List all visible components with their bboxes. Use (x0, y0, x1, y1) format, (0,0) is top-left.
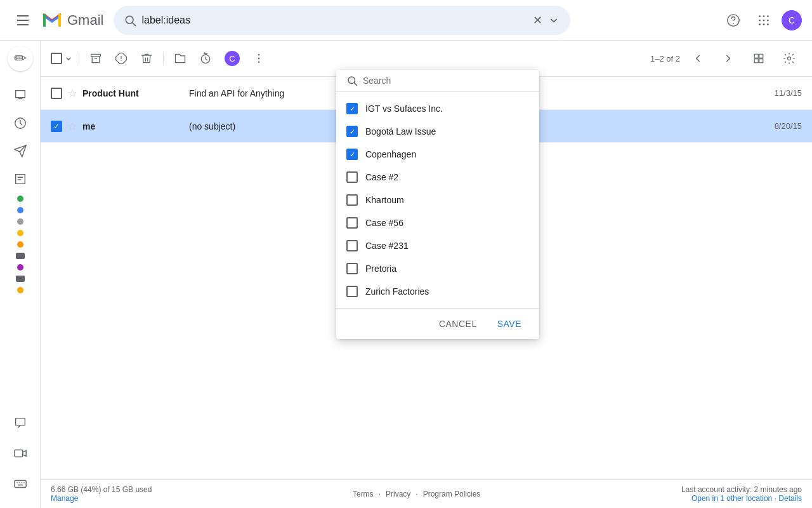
label-dot-amber[interactable] (17, 287, 23, 293)
header-right: C (721, 8, 802, 33)
label-checkbox-4[interactable] (346, 194, 358, 206)
sidebar-item-snoozed[interactable] (8, 110, 33, 136)
more-button[interactable] (247, 48, 270, 69)
help-button[interactable] (721, 8, 746, 33)
select-dropdown-icon[interactable] (63, 53, 74, 64)
select-all-checkbox[interactable] (51, 53, 62, 64)
search-options-icon[interactable] (547, 14, 560, 27)
search-clear-icon[interactable]: ✕ (533, 13, 542, 27)
gmail-logo: Gmail (41, 9, 103, 32)
label-checkbox-7[interactable] (346, 263, 358, 274)
toolbar-divider-1 (79, 52, 79, 65)
terms-link[interactable]: Terms (353, 490, 374, 498)
label-checkbox-3[interactable] (346, 171, 358, 183)
hamburger-line (17, 24, 29, 25)
hamburger-menu[interactable] (10, 8, 36, 33)
label-item-7[interactable]: Pretoria (336, 257, 539, 280)
next-icon (723, 53, 734, 64)
star-0[interactable]: ☆ (67, 86, 77, 100)
dropdown-search-input[interactable] (363, 76, 529, 86)
dropdown-search-container (336, 70, 539, 92)
label-item-8[interactable]: Zurich Factories (336, 280, 539, 303)
label-checkbox-1[interactable] (346, 126, 358, 137)
label-checkbox-0[interactable] (346, 103, 358, 114)
save-button[interactable]: SAVE (490, 314, 529, 334)
label-dot-purple[interactable] (17, 264, 23, 271)
svg-point-10 (763, 19, 765, 21)
label-name-8: Zurich Factories (365, 286, 429, 297)
label-checkbox-6[interactable] (346, 240, 358, 251)
sidebar-item-keyboard[interactable] (8, 471, 33, 497)
delete-button[interactable] (135, 48, 158, 69)
email-checkbox-0[interactable] (51, 88, 62, 99)
label-dot-yellow[interactable] (17, 230, 23, 236)
label-as-button[interactable]: C (219, 48, 245, 69)
next-page-button[interactable] (716, 46, 741, 71)
star-1[interactable]: ☆ (67, 119, 77, 133)
snooze-button[interactable] (194, 48, 217, 69)
svg-rect-28 (754, 59, 758, 63)
privacy-link[interactable]: Privacy (386, 490, 410, 498)
label-name-6: Case #231 (365, 241, 409, 251)
report-spam-button[interactable] (110, 48, 133, 69)
svg-point-12 (759, 23, 761, 25)
svg-point-9 (759, 19, 761, 21)
label-item-6[interactable]: Case #231 (336, 234, 539, 257)
email-checkbox-1[interactable] (51, 121, 62, 132)
label-name-4: Khartoum (365, 195, 404, 205)
label-item-2[interactable]: Copenhagen (336, 143, 539, 166)
label-dot-orange[interactable] (17, 241, 23, 248)
gmail-logo-icon (41, 9, 63, 32)
label-item-4[interactable]: Khartoum (336, 189, 539, 211)
label-checkbox-8[interactable] (346, 286, 358, 297)
svg-point-8 (767, 15, 769, 17)
label-item-3[interactable]: Case #2 (336, 166, 539, 189)
label-dot-blue[interactable] (17, 207, 23, 213)
storage-text: 6.66 GB (44%) of 15 GB used (51, 485, 152, 494)
sidebar-item-inbox[interactable] (8, 83, 33, 108)
dot-sep-2: · (416, 490, 417, 498)
label-item-5[interactable]: Case #56 (336, 211, 539, 234)
labels-dropdown: IGT vs Sufaces Inc. Bogotá Law Issue Cop… (336, 70, 539, 339)
svg-point-21 (121, 60, 121, 61)
sidebar-item-chat[interactable] (8, 410, 33, 436)
last-activity: Last account activity: 2 minutes ago (681, 485, 802, 494)
avatar[interactable]: C (782, 10, 802, 30)
label-dot-folder2[interactable] (16, 276, 25, 282)
label-dot-gray[interactable] (17, 218, 23, 225)
apps-icon (757, 13, 771, 27)
settings-button[interactable] (776, 46, 802, 71)
label-dot-green[interactable] (17, 196, 23, 202)
archive-button[interactable] (84, 48, 107, 69)
program-policies-link[interactable]: Program Policies (423, 490, 481, 498)
view-options-icon (753, 53, 764, 64)
svg-point-13 (763, 23, 765, 25)
cancel-button[interactable]: CANCEL (431, 314, 485, 334)
open-in-link[interactable]: Open in 1 other location (691, 494, 772, 503)
sidebar-item-drafts[interactable] (8, 166, 33, 192)
prev-page-button[interactable] (685, 46, 710, 71)
move-to-icon (174, 52, 187, 65)
manage-link[interactable]: Manage (51, 494, 152, 503)
snooze-icon (199, 52, 212, 65)
label-dot-folder[interactable] (16, 253, 25, 259)
sidebar-item-sent[interactable] (8, 138, 33, 164)
label-item-0[interactable]: IGT vs Sufaces Inc. (336, 97, 539, 120)
hamburger-line (17, 20, 29, 21)
sidebar-item-meet[interactable] (8, 441, 33, 466)
footer-links: Terms · Privacy · Program Policies (353, 490, 480, 498)
search-input[interactable] (141, 15, 528, 26)
label-checkbox-2[interactable] (346, 149, 358, 160)
label-item-1[interactable]: Bogotá Law Issue (336, 120, 539, 143)
move-to-button[interactable] (169, 48, 192, 69)
search-bar[interactable]: ✕ (114, 6, 570, 35)
view-options-button[interactable] (746, 46, 771, 71)
compose-button[interactable]: ✏ (8, 46, 33, 71)
meet-icon (13, 446, 27, 460)
label-checkbox-5[interactable] (346, 217, 358, 229)
details-link[interactable]: Details (778, 494, 802, 503)
label-items-list: IGT vs Sufaces Inc. Bogotá Law Issue Cop… (336, 92, 539, 308)
activity-info: Last account activity: 2 minutes ago Ope… (681, 485, 802, 503)
delete-icon (140, 52, 153, 65)
apps-button[interactable] (751, 8, 776, 33)
